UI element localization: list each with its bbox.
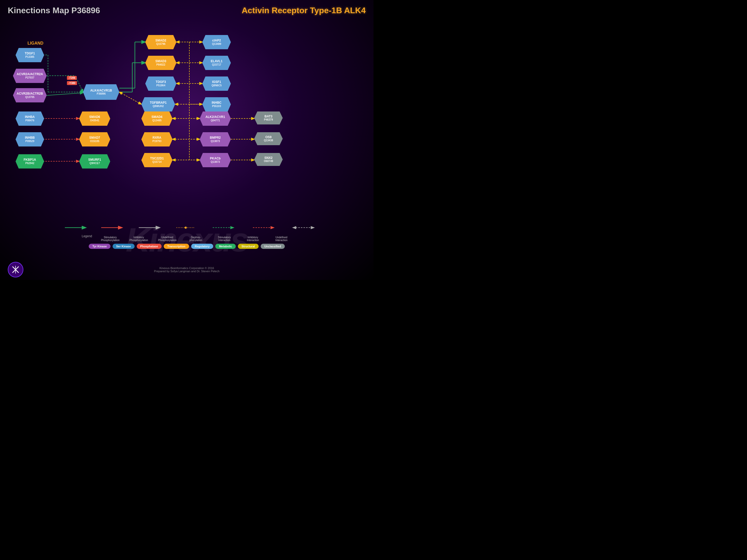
node-alk2[interactable]: ALK2/ACVR1Q04771 [200,111,231,126]
node-id-rxra: P19793 [153,140,161,143]
node-label-smurf1: SMURF1 [88,158,101,161]
node-label-snx2: SNX2 [264,156,272,160]
node-acvr2a[interactable]: ACVR2A/ACTR2AP27037 [13,69,47,83]
node-smad6[interactable]: SMAD6O43541 [79,111,110,126]
node-id-acvr2b: Q13705 [25,96,34,99]
node-label-rxra: RXRA [153,136,161,139]
node-inhbb[interactable]: INHBBP09529 [16,132,44,146]
badge-transcription: Transcription [164,244,189,249]
node-bmpr2[interactable]: BMPR2Q13873 [200,132,231,146]
node-rxra[interactable]: RXRAP19793 [141,132,173,146]
node-id-smurf1: Q9HCE7 [89,162,100,165]
legend-area: Legend StimulatoryPhosphorylation Inhibi… [0,231,374,259]
node-label-tdgf1: TDGF1 [25,52,35,55]
node-label-smad3: SMAD3 [155,59,166,63]
header: Kinections Map P36896 Activin Receptor T… [0,0,374,21]
badge-ser-kinase: Ser Kinase [112,244,135,249]
node-label-tsc22d1: TSC22D1 [150,157,164,160]
node-label-smad2: SMAD2 [155,38,166,42]
node-label-ciap2: cIAP2 [212,38,221,42]
node-label-alk4: ALK4/ACVR1B [90,89,112,92]
node-id-bmpr2: Q13873 [211,140,220,143]
node-id-smad3: P84022 [156,63,165,66]
node-id-alk4: P36896 [97,92,106,96]
node-label-tdgf3: TDGF3 [156,80,166,84]
node-label-elavl1: ELAVL1 [211,59,222,63]
legend-row-arrows: Legend StimulatoryPhosphorylation Inhibi… [82,231,292,242]
legend-inhib-interact: InhibitoryInteraction [242,231,263,242]
node-label-inhbb: INHBB [25,136,35,139]
legend-stim-phospho: StimulatoryPhosphorylation [100,231,121,242]
node-label-pkacb: PKACb [210,157,221,160]
badge-tyr-kinase: Tyr Kinase [89,244,110,249]
node-label-smad4: SMAD4 [152,115,162,119]
node-id-snx2: O60749 [264,160,273,163]
node-label-tgfbrap1: TGFBRAP1 [150,101,167,105]
node-tdgf1[interactable]: TDGF1P13385 [16,48,44,62]
ligand-label: LIGAND [27,41,43,46]
node-smurf1[interactable]: SMURF1Q9HCE7 [79,154,110,168]
kinexus-logo [8,262,23,277]
node-id-tdgf1: P13385 [25,55,34,59]
node-label-alk2: ALK2/ACVR1 [205,115,225,119]
legend-badges: Tyr Kinase Ser Kinase Phosphatase Transc… [89,244,285,249]
node-id-smad2: Q15796 [156,43,165,46]
phospho-t206: -T206 [67,76,77,80]
legend-undef-interact: UndefinedInteraction [271,231,292,242]
node-id-acvr2a: P27037 [25,76,34,79]
node-id-igsf1: Q8N6C5 [212,84,222,87]
node-label-acvr2b: ACVR2B/ACTR2B [17,92,43,96]
node-os9[interactable]: OS9Q13438 [254,132,283,145]
node-id-os9: Q13438 [264,139,273,142]
node-inhba[interactable]: INHBAP08476 [16,111,44,126]
node-acvr2b[interactable]: ACVR2B/ACTR2BQ13705 [13,88,47,102]
node-id-smad7: O15105 [90,140,99,143]
node-label-igsf1: IGSF1 [212,80,221,84]
node-label-smad6: SMAD6 [89,115,100,119]
node-inhbc[interactable]: INHBCP55103 [202,97,231,111]
node-id-inhbb: P09529 [25,140,34,143]
legend-dephos: Dephos-phorylation [185,231,206,242]
node-id-tdgf3: P51864 [156,84,165,87]
node-id-tsc22d1: Q15714 [152,160,161,164]
node-label-fkbp1a: FKBP1A [24,158,36,161]
node-label-bat3: BAT3 [264,114,272,118]
node-smad4[interactable]: SMAD4Q13485 [141,111,173,126]
node-id-inhbc: P55103 [212,105,221,108]
title-right: Activin Receptor Type-1B ALK4 [242,6,366,15]
footer-text: Kinexus Bioinformatics Corporation © 201… [154,267,220,273]
node-id-smad4: Q13485 [152,119,161,122]
node-id-pkacb: Q13873 [211,160,220,164]
node-ciap2[interactable]: cIAP2Q13489 [202,35,231,49]
node-smad3[interactable]: SMAD3P84022 [145,56,176,70]
node-bat3[interactable]: BAT3P46379 [254,111,283,125]
node-id-inhba: P08476 [25,119,34,122]
title-left: Kinections Map P36896 [8,6,100,15]
node-id-bat3: P46379 [264,118,273,121]
node-alk4[interactable]: ALK4/ACVR1BP36896 [83,84,119,100]
badge-regulatory: Regulatory [191,244,213,249]
legend-inhib-phospho: InhibitoryPhosphorylation [128,231,149,242]
node-smad2[interactable]: SMAD2Q15796 [145,35,176,49]
badge-metabolic: Metabolic [215,244,236,249]
node-snx2[interactable]: SNX2O60749 [254,153,283,166]
node-label-acvr2a: ACVR2A/ACTR2A [17,72,43,76]
badge-structural: Structural [238,244,259,249]
badge-phosphatase: Phosphatase [137,244,161,249]
badge-unclassified: Unclassified [261,244,285,249]
node-smad7[interactable]: SMAD7O15105 [79,132,110,146]
node-label-bmpr2: BMPR2 [210,136,221,139]
node-label-inhbc: INHBC [212,101,222,105]
node-tdgf3[interactable]: TDGF3P51864 [145,77,176,91]
node-tsc22d1[interactable]: TSC22D1Q15714 [141,153,173,167]
node-id-smad6: O43541 [90,119,99,122]
node-fkbp1a[interactable]: FKBP1AP62942 [16,154,44,168]
node-elavl1[interactable]: ELAVL1Q15717 [202,56,231,70]
node-tgfbrap1[interactable]: TGFBRAP1Q8WUH2 [141,97,175,111]
node-igsf1[interactable]: IGSF1Q8N6C5 [202,77,231,91]
node-pkacb[interactable]: PKACbQ13873 [200,153,231,167]
footer: Kinexus Bioinformatics Corporation © 201… [0,259,374,280]
legend-undef-phospho: UndefinedPhosphorylation [157,231,178,242]
node-id-ciap2: Q13489 [212,43,221,46]
logo-icon [10,264,21,275]
